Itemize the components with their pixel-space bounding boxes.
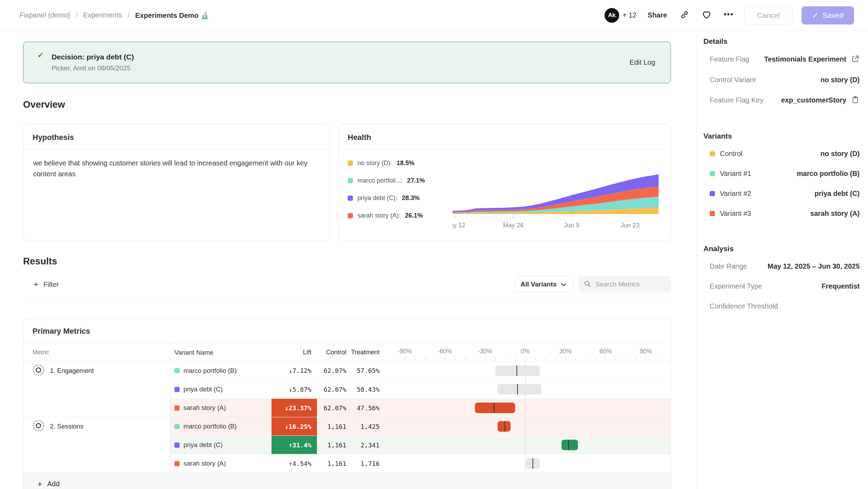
search-metrics-input[interactable] — [595, 280, 666, 289]
metric-cell — [23, 435, 170, 454]
collaborator-count[interactable]: + 12 — [623, 11, 636, 19]
axis-tick-label: -60% — [438, 348, 452, 355]
more-options-button[interactable]: ••• — [722, 8, 735, 22]
variant-name-label: marco portfolio (B) — [183, 423, 237, 430]
control-value-cell: 62.07% — [317, 398, 352, 417]
detail-row: Control Variantno story (D) — [710, 76, 860, 84]
confidence-interval-bar — [497, 384, 542, 395]
breadcrumb-separator: / — [76, 11, 78, 19]
favorite-button[interactable] — [700, 8, 713, 22]
variants-dropdown[interactable]: All Variants — [514, 276, 573, 293]
add-metric-button[interactable]: + Add — [23, 473, 671, 489]
variant-row-left: Variant #2 — [710, 190, 751, 198]
share-button[interactable]: Share — [645, 11, 669, 20]
metric-row[interactable]: sarah story (A)↓23.37%62.07%47.56% — [23, 398, 671, 417]
breadcrumb-project[interactable]: Fixpanel {demo} — [20, 11, 70, 19]
ruler-tick — [455, 357, 455, 361]
health-legend-item: sarah story (A):26.1% — [348, 212, 453, 219]
variant-color-swatch — [174, 368, 180, 373]
point-estimate-tick — [517, 384, 518, 395]
analysis-row-value-wrap: May 12, 2025 – Jun 30, 2025 — [767, 262, 860, 270]
variants-dropdown-label: All Variants — [521, 281, 557, 288]
ruler-tick — [465, 357, 465, 361]
detail-row-value-wrap: no story (D) — [820, 76, 860, 84]
treatment-value-cell: 57.65% — [352, 361, 385, 380]
variant-name-cell: sarah story (A) — [170, 454, 272, 473]
confidence-interval-bar — [498, 421, 510, 432]
breadcrumb-section[interactable]: Experiments — [83, 11, 122, 19]
lift-badge: ↑31.4% — [272, 435, 317, 454]
experiment-sidebar: Details Feature FlagTestimonials Experim… — [697, 31, 868, 489]
axis-tick-label: -90% — [398, 348, 412, 355]
confidence-interval-cell — [385, 454, 671, 473]
edit-log-button[interactable]: Edit Log — [628, 58, 657, 67]
metric-row[interactable]: 2. Sessionsmarco portfolio (B)↓16.25%1,1… — [23, 417, 671, 435]
variant-name-cell: marco portfolio (B) — [170, 417, 272, 435]
variant-row-value: sarah story (A) — [810, 210, 860, 218]
point-estimate-tick — [568, 440, 569, 450]
treatment-value-cell: 47.56% — [352, 398, 385, 417]
confidence-interval-cell — [385, 361, 671, 380]
analysis-row: Date RangeMay 12, 2025 – Jun 30, 2025 — [710, 262, 860, 270]
experiment-content: ✓ Decision: priya debt (C) Picker, Amit … — [0, 31, 697, 489]
variant-name-cell: priya debt (C) — [170, 435, 272, 454]
copy-button[interactable] — [851, 95, 860, 105]
variant-name-label: sarah story (A) — [183, 404, 226, 412]
variant-color-swatch — [348, 161, 353, 166]
ruler-tick — [545, 357, 546, 361]
chevron-down-icon — [561, 281, 566, 288]
legend-variant-value: 26.1% — [405, 212, 423, 219]
detail-row-label: Control Variant — [710, 76, 756, 84]
analysis-row-value: May 12, 2025 – Jun 30, 2025 — [767, 262, 860, 270]
analysis-section: Analysis Date RangeMay 12, 2025 – Jun 30… — [702, 244, 860, 310]
variant-row-left: Variant #3 — [710, 210, 751, 218]
topbar-actions: Ak + 12 Share ••• Cancel ✓ Saved — [605, 6, 854, 24]
ruler-tick — [555, 357, 556, 361]
confidence-interval-bar — [495, 366, 540, 376]
search-icon — [584, 280, 591, 289]
variant-row-value: priya debt (C) — [815, 190, 860, 198]
metric-row[interactable]: 1. Engagementmarco portfolio (B)↓7.12%62… — [23, 361, 671, 380]
variant-name-cell: priya debt (C) — [170, 380, 272, 398]
ruler-tick — [435, 357, 435, 361]
details-section: Details Feature FlagTestimonials Experim… — [702, 37, 860, 105]
hypothesis-text: we believe that showing customer stories… — [23, 149, 330, 188]
axis-tick-label: 60% — [599, 348, 612, 355]
metric-row[interactable]: priya debt (C)↑31.4%1,1612,341 — [23, 435, 671, 454]
health-legend: no story (D):18.5%marco portfoli...:27.1… — [348, 155, 453, 229]
health-card: Health no story (D):18.5%marco portfoli.… — [338, 124, 671, 241]
detail-row-value-wrap: Testimonials Experiment — [764, 55, 860, 64]
decision-check-icon: ✓ — [37, 51, 44, 60]
primary-metrics-table: MetricVariant NameLiftControlTreatment-9… — [23, 344, 671, 473]
health-legend-item: no story (D):18.5% — [348, 160, 453, 167]
hypothesis-card: Hypothesis we believe that showing custo… — [23, 124, 330, 241]
analysis-row-label: Date Range — [710, 262, 747, 270]
heart-icon — [701, 9, 712, 21]
copy-link-button[interactable] — [678, 8, 691, 22]
metrics-table-header: MetricVariant NameLiftControlTreatment-9… — [23, 344, 671, 361]
column-header-variant-name: Variant Name — [170, 344, 272, 361]
metric-cell — [23, 454, 170, 473]
ruler-tick — [586, 357, 586, 361]
avatar[interactable]: Ak — [605, 8, 619, 23]
analysis-heading: Analysis — [703, 244, 860, 253]
metric-cell — [23, 380, 170, 398]
saved-button[interactable]: ✓ Saved — [802, 6, 854, 24]
add-filter-button[interactable]: + Filter — [31, 280, 61, 289]
x-axis-label: May 12 — [453, 222, 465, 229]
detail-row-label: Feature Flag Key — [710, 96, 763, 104]
cancel-button[interactable]: Cancel — [744, 6, 793, 24]
metric-cell: 1. Engagement — [23, 361, 170, 380]
control-value-cell: 1,161 — [317, 454, 352, 473]
ruler-tick — [525, 357, 526, 361]
axis-tick-label: 30% — [559, 348, 571, 355]
metric-row[interactable]: priya debt (C)↓5.87%62.07%58.43% — [23, 380, 671, 398]
variant-row-label: Control — [720, 150, 742, 158]
ruler-tick — [395, 357, 395, 361]
link-icon — [680, 10, 689, 21]
ruler-tick — [656, 357, 656, 361]
copy-icon — [851, 95, 860, 105]
metric-row[interactable]: sarah story (A)↑4.54%1,1611,716 — [23, 454, 671, 473]
external-link-button[interactable] — [851, 55, 860, 64]
variant-color-swatch — [348, 178, 353, 183]
